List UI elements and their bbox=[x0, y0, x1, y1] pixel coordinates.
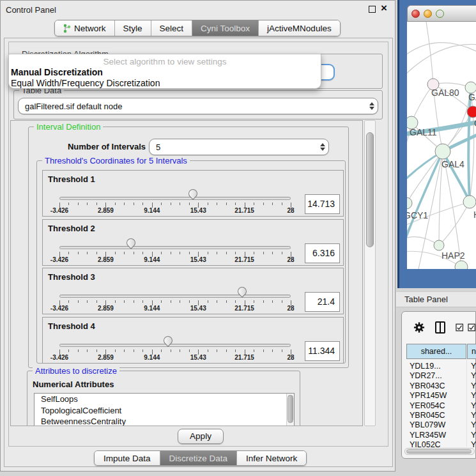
table-cell[interactable]: YLR3 bbox=[471, 431, 476, 440]
table-cell[interactable]: YDL1 bbox=[471, 362, 476, 371]
algorithm-dropdown-popup: Select algorithm to view settings Manual… bbox=[8, 54, 321, 89]
cyni-bottom-tabs: Impute DataDiscretize DataInfer Network bbox=[94, 450, 307, 466]
close-icon[interactable]: × bbox=[381, 2, 387, 15]
minimize-traffic-light-icon[interactable] bbox=[424, 10, 432, 18]
dropdown-item[interactable]: Manual Discretization bbox=[11, 67, 103, 77]
threshold-value-field[interactable]: 11.344 bbox=[305, 341, 340, 361]
network-canvas[interactable]: GAL80GACGAL11GAL4GCY1HHAP2 bbox=[407, 22, 476, 269]
slider-scale-label: 9.144 bbox=[144, 256, 160, 263]
tab-infer-network[interactable]: Infer Network bbox=[237, 451, 306, 465]
slider-tick bbox=[208, 252, 208, 254]
numerical-attributes-list[interactable]: SelfLoopsTopologicalCoefficientBetweenne… bbox=[34, 393, 295, 426]
gear-icon[interactable] bbox=[413, 321, 425, 334]
threshold-label: Threshold 4 bbox=[48, 321, 95, 331]
main-scrollbar[interactable] bbox=[364, 120, 376, 426]
tab-cyni-toolbox[interactable]: Cyni Toolbox bbox=[192, 20, 259, 36]
table-cell[interactable]: YDR27... bbox=[410, 371, 442, 380]
slider-tick bbox=[282, 203, 282, 205]
network-node[interactable] bbox=[435, 144, 450, 159]
slider-scale-label: 15.43 bbox=[190, 354, 206, 361]
table-header-cell[interactable]: shared... bbox=[406, 344, 466, 359]
attribute-list-item[interactable]: SelfLoops bbox=[35, 394, 294, 405]
list-scrollbar-thumb[interactable] bbox=[288, 395, 293, 423]
table-cell[interactable]: YER054C bbox=[410, 401, 445, 410]
slider-tick bbox=[142, 300, 143, 303]
slider-tick bbox=[78, 300, 79, 303]
slider-tick bbox=[124, 349, 125, 352]
table-header-cell[interactable]: na bbox=[467, 344, 476, 359]
slider-tick bbox=[142, 252, 143, 254]
network-node[interactable] bbox=[407, 197, 412, 209]
slider-scale-label: 21.715 bbox=[234, 207, 254, 214]
table-cell[interactable]: YPR1 bbox=[471, 391, 476, 400]
control-panel-tabs: NetworkStyleSelectCyni ToolboxjActiveMNo… bbox=[54, 20, 341, 36]
slider-tick bbox=[115, 203, 116, 205]
number-of-intervals-combobox[interactable]: 5 bbox=[149, 139, 329, 155]
slider-tick bbox=[189, 349, 190, 352]
slider-scale-label: 21.715 bbox=[234, 354, 254, 361]
main-scrollbar-thumb[interactable] bbox=[366, 132, 374, 247]
slider-scale-label: -3.426 bbox=[50, 207, 68, 214]
slider-tick bbox=[217, 252, 217, 254]
threshold-value-field[interactable]: 14.713 bbox=[305, 194, 340, 214]
network-node[interactable] bbox=[467, 106, 476, 118]
tab-style[interactable]: Style bbox=[115, 20, 151, 36]
table-cell[interactable]: YDL19... bbox=[410, 362, 441, 371]
slider-track[interactable] bbox=[59, 197, 291, 200]
table-cell[interactable]: YBR045C bbox=[410, 411, 445, 420]
tab-discretize-data[interactable]: Discretize Data bbox=[160, 451, 238, 465]
table-cell[interactable]: YER0 bbox=[471, 401, 476, 410]
dropdown-item[interactable]: Equal Width/Frequency Discretization bbox=[11, 78, 160, 88]
network-node[interactable] bbox=[434, 240, 444, 250]
tab-select[interactable]: Select bbox=[151, 20, 193, 36]
slider-scale-label: 2.859 bbox=[98, 256, 114, 263]
table-data-combobox[interactable]: galFiltered.sif default node bbox=[18, 98, 378, 114]
slider-tick bbox=[115, 349, 116, 352]
tab-label: Cyni Toolbox bbox=[201, 24, 250, 33]
table-horizontal-scrollbar-thumb[interactable] bbox=[406, 449, 472, 454]
table-cell[interactable]: YBL079W bbox=[410, 420, 445, 429]
network-node[interactable] bbox=[463, 196, 476, 208]
table-cell[interactable]: YBR043C bbox=[410, 381, 445, 390]
slider-tick bbox=[115, 300, 116, 303]
slider-tick bbox=[235, 300, 236, 303]
attribute-list-item[interactable]: BetweennessCentrality bbox=[35, 416, 294, 426]
slider-tick bbox=[68, 203, 69, 205]
threshold-value-field[interactable]: 21.4 bbox=[305, 292, 340, 312]
zoom-traffic-light-icon[interactable] bbox=[436, 10, 444, 18]
table-horizontal-scrollbar[interactable] bbox=[404, 448, 475, 455]
table-cell[interactable]: YBR0 bbox=[471, 381, 476, 390]
slider-track[interactable] bbox=[59, 295, 291, 298]
network-node[interactable] bbox=[455, 261, 468, 269]
slider-tick bbox=[263, 349, 264, 352]
checkbox-icon[interactable] bbox=[456, 323, 463, 332]
table-cell[interactable]: YBL0 bbox=[471, 420, 476, 429]
node-table: shared...na YDL19...YDL1YDR27...YDR2YBR0… bbox=[406, 344, 476, 458]
tab-network[interactable]: Network bbox=[55, 20, 115, 36]
list-scrollbar[interactable] bbox=[286, 394, 294, 426]
threshold-value-field[interactable]: 6.316 bbox=[305, 243, 340, 263]
table-cell[interactable]: YLR345W bbox=[410, 431, 446, 440]
network-window-titlebar[interactable] bbox=[407, 5, 476, 22]
checkbox-icon[interactable] bbox=[468, 323, 475, 332]
table-cell[interactable]: YPR145W bbox=[410, 391, 447, 400]
network-view-window: GAL80GACGAL11GAL4GCY1HHAP2 bbox=[397, 0, 476, 288]
apply-button[interactable]: Apply bbox=[178, 429, 224, 444]
slider-scale-label: 2.859 bbox=[98, 354, 114, 361]
slider-tick bbox=[235, 349, 236, 352]
attributes-group: Attributes to discretize Numerical Attri… bbox=[27, 371, 300, 426]
table-cell[interactable]: YDR2 bbox=[471, 371, 476, 380]
float-window-icon[interactable] bbox=[369, 6, 376, 13]
table-cell[interactable]: YBR0 bbox=[471, 411, 476, 420]
slider-tick bbox=[96, 349, 97, 352]
column-split-icon[interactable] bbox=[435, 321, 445, 334]
tab-label: Select bbox=[160, 24, 184, 33]
slider-tick bbox=[161, 300, 162, 303]
attribute-list-item[interactable]: TopologicalCoefficient bbox=[35, 405, 294, 417]
tab-impute-data[interactable]: Impute Data bbox=[95, 451, 160, 465]
slider-track[interactable] bbox=[59, 246, 291, 249]
slider-track[interactable] bbox=[59, 344, 291, 347]
tab-jactivemnodules[interactable]: jActiveMNodules bbox=[259, 20, 340, 36]
close-traffic-light-icon[interactable] bbox=[411, 10, 420, 18]
slider-tick bbox=[180, 349, 180, 352]
